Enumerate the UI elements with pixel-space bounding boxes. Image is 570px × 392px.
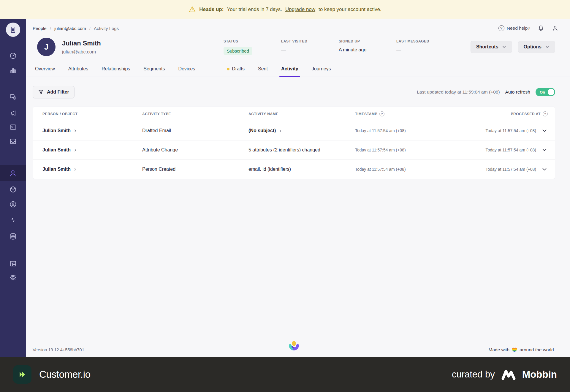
signed-up-label: SIGNED UP xyxy=(339,39,396,43)
tab-sent[interactable]: Sent xyxy=(258,66,268,77)
customerio-brand-text: Customer.io xyxy=(39,369,91,380)
upgrade-now-link[interactable]: Upgrade now xyxy=(285,7,315,12)
chevron-right-icon xyxy=(73,148,77,152)
chevron-down-icon xyxy=(502,45,506,49)
person-name: Julian Smith xyxy=(42,167,71,172)
add-filter-button[interactable]: Add Filter xyxy=(33,86,75,98)
activity-name: 5 attributes (2 identifiers) changed xyxy=(248,147,355,153)
settings-gear-icon[interactable] xyxy=(0,274,26,281)
table-header-row: PERSON / OBJECT ACTIVITY TYPE ACTIVITY N… xyxy=(33,107,555,121)
col-timestamp: TIMESTAMP ? xyxy=(355,111,484,116)
megaphone-icon[interactable] xyxy=(0,109,26,117)
activity-pulse-icon[interactable] xyxy=(0,216,26,224)
expand-row-chevron-icon[interactable] xyxy=(541,127,548,134)
person-name: Julian Smith xyxy=(42,128,71,133)
col-activity-type: ACTIVITY TYPE xyxy=(142,112,248,116)
activity-name: (No subject) xyxy=(248,128,276,133)
chevron-right-icon xyxy=(278,129,282,133)
terminal-icon[interactable] xyxy=(0,123,26,131)
breadcrumb-email[interactable]: julian@abc.com xyxy=(54,26,86,31)
last-visited-label: LAST VISITED xyxy=(281,39,339,43)
last-messaged-value: — xyxy=(396,47,454,54)
need-help-button[interactable]: ? Need help? xyxy=(498,25,530,31)
timestamp: Today at 11:57:54 am (+08) xyxy=(355,167,484,172)
question-circle-icon[interactable]: ? xyxy=(543,111,548,116)
activity-name: email, id (identifiers) xyxy=(248,167,355,172)
processed-at: Today at 11:57:54 am (+08) xyxy=(485,148,536,152)
processed-at: Today at 11:57:54 am (+08) xyxy=(485,167,536,172)
breadcrumb: People / julian@abc.com / Activity Logs xyxy=(33,26,119,31)
breadcrumb-people[interactable]: People xyxy=(33,26,47,31)
tab-segments[interactable]: Segments xyxy=(143,66,165,77)
user-avatar-icon[interactable] xyxy=(552,25,559,32)
tab-devices[interactable]: Devices xyxy=(178,66,195,77)
person-link[interactable]: Julian Smith xyxy=(42,147,142,153)
last-visited-value: — xyxy=(281,47,339,54)
profile-header: J Julian Smith julian@abc.com STATUS Sub… xyxy=(26,34,570,65)
col-processed-at: PROCESSED AT ? xyxy=(484,111,548,116)
options-label: Options xyxy=(524,44,542,50)
rainbow-heart-icon xyxy=(512,347,517,353)
inbox-icon[interactable] xyxy=(0,137,26,145)
conversations-icon[interactable] xyxy=(0,93,26,101)
processed-at: Today at 11:57:54 am (+08) xyxy=(485,128,536,133)
workspace-logo-building-icon[interactable] xyxy=(6,23,20,37)
tab-activity[interactable]: Activity xyxy=(281,66,298,77)
tab-drafts-label: Drafts xyxy=(232,66,245,72)
shortcuts-button[interactable]: Shortcuts xyxy=(471,41,512,53)
activity-type: Person Created xyxy=(142,167,248,172)
tab-bar: Overview Attributes Relationships Segmen… xyxy=(26,65,570,77)
table-row: Julian Smith Person Created email, id (i… xyxy=(33,159,555,179)
tab-attributes[interactable]: Attributes xyxy=(68,66,88,77)
person-link[interactable]: Julian Smith xyxy=(42,167,142,172)
breadcrumb-separator: / xyxy=(50,26,51,31)
timestamp: Today at 11:57:54 am (+08) xyxy=(355,148,484,152)
curated-by-text: curated by xyxy=(452,369,495,380)
auto-refresh-toggle[interactable]: On xyxy=(536,88,555,96)
toggle-state-label: On xyxy=(540,90,545,94)
tab-relationships[interactable]: Relationships xyxy=(102,66,130,77)
table-row: Julian Smith Attribute Change 5 attribut… xyxy=(33,140,555,159)
sidebar-item-people[interactable] xyxy=(0,165,26,181)
sidebar xyxy=(0,19,26,357)
activity-type: Attribute Change xyxy=(142,147,248,153)
objects-cube-icon[interactable] xyxy=(0,186,26,193)
person-link[interactable]: Julian Smith xyxy=(42,128,142,133)
trial-banner: Heads up: Your trial ends in 7 days. Upg… xyxy=(0,0,570,19)
tab-drafts[interactable]: Drafts xyxy=(227,66,245,77)
col-person-object: PERSON / OBJECT xyxy=(42,112,142,116)
toggle-knob xyxy=(548,89,554,95)
banner-message: Your trial ends in 7 days. xyxy=(227,7,282,12)
bar-chart-icon[interactable] xyxy=(0,67,26,75)
mobbin-brand-text: Mobbin xyxy=(522,369,557,380)
need-help-label: Need help? xyxy=(507,26,530,31)
activity-table: PERSON / OBJECT ACTIVITY TYPE ACTIVITY N… xyxy=(33,107,555,179)
options-button[interactable]: Options xyxy=(518,41,555,53)
person-name: Julian Smith xyxy=(62,39,101,47)
tab-overview[interactable]: Overview xyxy=(35,66,55,77)
chevron-right-icon xyxy=(73,129,77,133)
made-with-text: Made with around the world. xyxy=(489,347,555,353)
funnel-icon xyxy=(38,89,44,95)
person-name: Julian Smith xyxy=(42,147,71,153)
expand-row-chevron-icon[interactable] xyxy=(541,147,548,153)
status-label: STATUS xyxy=(224,39,281,43)
chevron-down-icon xyxy=(545,45,550,49)
activity-name-link[interactable]: (No subject) xyxy=(248,128,355,133)
breadcrumb-current: Activity Logs xyxy=(94,26,119,31)
tab-journeys[interactable]: Journeys xyxy=(312,66,331,77)
dashboard-speedometer-icon[interactable] xyxy=(0,52,26,60)
made-with-suffix: around the world. xyxy=(520,347,555,353)
question-circle-icon[interactable]: ? xyxy=(379,111,384,116)
signed-up-value: A minute ago xyxy=(339,47,396,54)
expand-row-chevron-icon[interactable] xyxy=(541,166,548,173)
audience-person-circle-icon[interactable] xyxy=(0,200,26,208)
person-email: julian@abc.com xyxy=(62,49,101,55)
data-cylinder-icon[interactable] xyxy=(0,233,26,240)
banner-heads-up: Heads up: xyxy=(199,7,224,12)
bell-icon[interactable] xyxy=(537,25,544,32)
shortcuts-label: Shortcuts xyxy=(476,44,498,50)
customerio-smile-logo xyxy=(288,341,300,354)
layout-table-icon[interactable] xyxy=(0,260,26,268)
last-updated-text: Last updated today at 11:59:04 am (+08) xyxy=(417,89,500,95)
